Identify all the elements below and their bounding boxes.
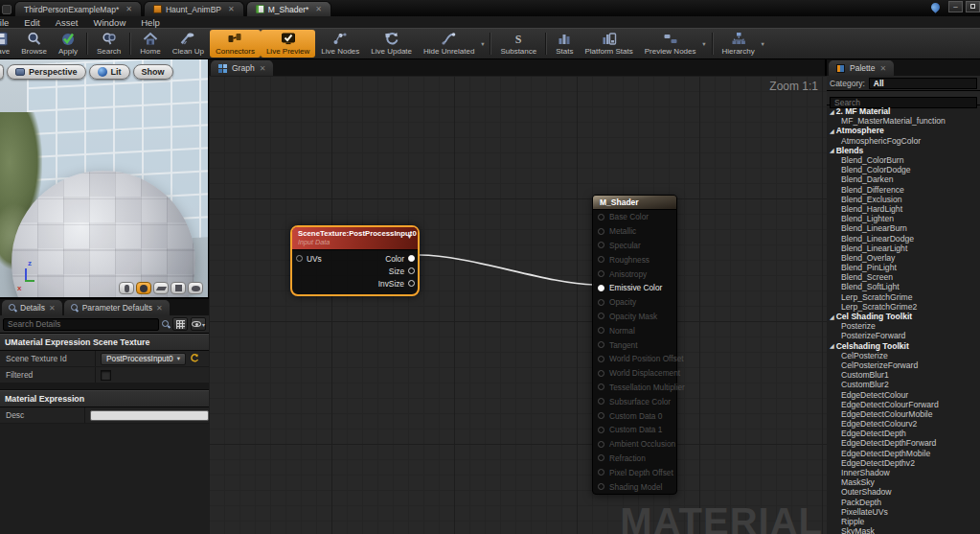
palette-item[interactable]: CelPosterize — [827, 351, 980, 360]
pin-icon[interactable] — [598, 398, 604, 405]
cylinder-mesh-button[interactable] — [119, 282, 134, 294]
pin-icon[interactable] — [598, 383, 604, 390]
shader-pin-row[interactable]: World Position Offset — [593, 352, 676, 366]
palette-item[interactable]: AtmosphericFogColor — [827, 136, 980, 146]
palette-item[interactable]: Blend_Screen — [827, 272, 980, 282]
shader-pin-row[interactable]: Base Color — [593, 210, 676, 224]
close-icon[interactable]: ✕ — [260, 64, 266, 73]
palette-item[interactable]: EdgeDetectDepth — [827, 429, 980, 438]
palette-item[interactable]: Cel Shading Toolkit — [827, 312, 980, 321]
shader-pin-row[interactable]: Tessellation Multiplier — [593, 381, 676, 395]
palette-item[interactable]: Blend_ColorDodge — [827, 165, 980, 174]
shader-pin-row[interactable]: Ambient Occlusion — [593, 437, 676, 452]
pin-icon[interactable] — [598, 214, 604, 221]
pin-icon[interactable] — [598, 327, 604, 334]
shader-pin-row[interactable]: Emissive Color — [593, 281, 676, 295]
pin-icon[interactable] — [598, 313, 604, 319]
palette-item[interactable]: 2. MF Material — [827, 106, 980, 116]
shader-pin-row[interactable]: World Displacement — [593, 366, 676, 381]
tab-thirdpersonexamplemap[interactable]: ThirdPersonExampleMap* ✕ — [14, 1, 142, 16]
palette-item[interactable]: Blend_Lighten — [827, 214, 980, 223]
pin-icon[interactable] — [598, 228, 604, 235]
palette-item[interactable]: EdgeDetectDepthMobile — [827, 449, 980, 458]
chevron-down-icon[interactable]: ▼ — [406, 233, 413, 240]
palette-item[interactable]: CustomBlur1 — [827, 370, 980, 380]
palette-item[interactable]: Blend_ColorBurn — [827, 155, 980, 165]
invsize-pin-icon[interactable] — [408, 280, 415, 287]
chevron-down-icon[interactable]: ▾ — [761, 40, 763, 48]
tab-graph[interactable]: Graph ✕ — [211, 60, 273, 76]
pin-icon[interactable] — [598, 341, 604, 348]
pin-icon[interactable] — [598, 441, 604, 448]
palette-item[interactable]: Blend_LinearLight — [827, 244, 980, 253]
shader-pin-row[interactable]: Pixel Depth Offset — [593, 465, 676, 479]
chevron-down-icon[interactable]: ▾ — [481, 40, 484, 48]
shader-pin-row[interactable]: Roughness — [593, 252, 676, 267]
palette-item[interactable]: CelPosterizeForward — [827, 360, 980, 370]
palette-item[interactable]: Blend_PinLight — [827, 263, 980, 272]
show-button[interactable]: Show — [133, 64, 173, 80]
pin-icon[interactable] — [598, 356, 604, 362]
section-header[interactable]: UMaterial Expression Scene Texture — [0, 334, 209, 351]
details-search-input[interactable] — [3, 318, 159, 331]
reset-to-default-icon[interactable] — [190, 354, 199, 363]
section-header[interactable]: Material Expression — [0, 390, 209, 407]
close-icon[interactable]: ✕ — [315, 5, 322, 13]
pin-icon[interactable] — [598, 285, 604, 291]
output-pin-row[interactable]: InvSize — [378, 277, 418, 290]
palette-item[interactable]: Celshading Toolkit — [827, 341, 980, 351]
palette-item[interactable]: Ripple — [827, 517, 980, 526]
minimize-button[interactable]: – — [948, 1, 963, 12]
menu-edit[interactable]: Edit — [24, 17, 39, 28]
size-pin-icon[interactable] — [408, 267, 415, 274]
output-pin-row[interactable]: Size — [378, 265, 418, 277]
palette-item[interactable]: Lerp_ScratchGrime2 — [827, 302, 980, 312]
shader-pin-row[interactable]: Specular — [593, 239, 676, 253]
preview-nodes-button[interactable]: Preview Nodes ▾ — [639, 30, 709, 58]
close-icon[interactable]: ✕ — [879, 64, 886, 73]
live-update-button[interactable]: Live Update — [365, 30, 418, 58]
scene-texture-node[interactable]: SceneTexture:PostProcessInput0 Input Dat… — [290, 225, 420, 296]
visibility-filter-button[interactable]: ▾ — [191, 317, 206, 331]
shader-pin-row[interactable]: Subsurface Color — [593, 394, 676, 408]
graph-canvas[interactable]: Zoom 1:1 MATERIAL SceneTexture:PostProce… — [209, 76, 827, 534]
scene-texture-id-dropdown[interactable]: PostProcessInput0 ▾ — [101, 353, 186, 365]
palette-item[interactable]: Blend_LinearDodge — [827, 233, 980, 243]
pin-icon[interactable] — [598, 483, 604, 490]
preview-viewport[interactable]: Perspective Lit Show z x — [0, 59, 209, 297]
lit-button[interactable]: Lit — [89, 64, 130, 80]
palette-item[interactable]: EdgeDetectColour — [827, 389, 980, 399]
output-pin-row[interactable]: Color — [378, 252, 418, 265]
palette-item[interactable]: MaskSky — [827, 477, 980, 487]
tab-haunt-animbp[interactable]: Haunt_AnimBP ✕ — [144, 1, 244, 16]
palette-item[interactable]: Blend_LinearBurn — [827, 223, 980, 233]
palette-item[interactable]: Blend_SoftLight — [827, 282, 980, 291]
tab-palette[interactable]: Palette ✕ — [829, 60, 894, 76]
palette-item[interactable]: Blend_Overlay — [827, 253, 980, 263]
node-title[interactable]: M_Shader — [593, 196, 676, 210]
palette-item[interactable]: EdgeDetectDepthForward — [827, 438, 980, 448]
node-header[interactable]: SceneTexture:PostProcessInput0 Input Dat… — [292, 227, 418, 250]
pin-icon[interactable] — [598, 242, 604, 248]
palette-item[interactable]: Blend_Difference — [827, 185, 980, 195]
palette-item[interactable]: MF_MasterMaterial_function — [827, 116, 980, 126]
pin-icon[interactable] — [598, 454, 604, 461]
pin-icon[interactable] — [598, 469, 604, 476]
close-icon[interactable]: ✕ — [49, 304, 56, 313]
palette-item[interactable]: Lerp_ScratchGrime — [827, 292, 980, 302]
palette-item[interactable]: Posterize — [827, 321, 980, 331]
menu-help[interactable]: Help — [141, 17, 160, 28]
palette-item[interactable]: Blend_HardLight — [827, 204, 980, 214]
color-pin-icon[interactable] — [408, 255, 415, 262]
palette-item[interactable]: PixellateUVs — [827, 507, 980, 517]
sphere-mesh-button[interactable] — [136, 282, 151, 294]
shader-pin-row[interactable]: Tangent — [593, 337, 676, 352]
palette-item[interactable]: EdgeDetectColourForward — [827, 400, 980, 409]
pin-icon[interactable] — [598, 299, 604, 306]
shader-pin-row[interactable]: Shading Model — [593, 479, 676, 494]
save-button[interactable]: Save — [0, 30, 15, 58]
cube-mesh-button[interactable] — [171, 282, 186, 294]
tab-details[interactable]: Details ✕ — [2, 300, 62, 315]
shader-pin-row[interactable]: Metallic — [593, 224, 676, 239]
chevron-down-icon[interactable]: ▾ — [702, 40, 705, 48]
